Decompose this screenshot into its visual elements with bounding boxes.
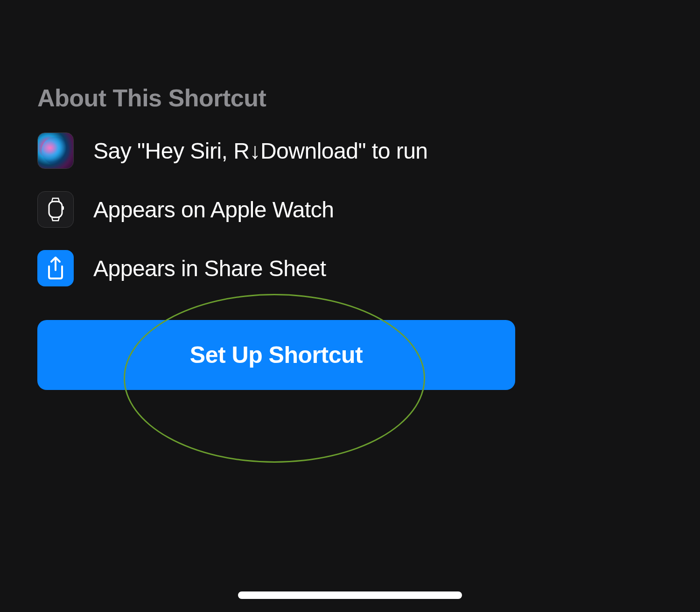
- svg-rect-0: [49, 202, 62, 217]
- siri-activation-text: Say "Hey Siri, R↓Download" to run: [93, 138, 428, 164]
- setup-button-label: Set Up Shortcut: [190, 341, 363, 369]
- home-indicator[interactable]: [238, 591, 462, 599]
- share-sheet-text: Appears in Share Sheet: [93, 256, 326, 281]
- share-sheet-row: Appears in Share Sheet: [37, 250, 663, 286]
- share-icon: [37, 250, 74, 286]
- about-shortcut-section: About This Shortcut Say "Hey Siri, R↓Dow…: [0, 0, 700, 390]
- apple-watch-icon: [37, 191, 74, 228]
- apple-watch-text: Appears on Apple Watch: [93, 197, 334, 223]
- siri-icon: [37, 132, 74, 169]
- setup-shortcut-button[interactable]: Set Up Shortcut: [37, 320, 515, 390]
- svg-rect-1: [62, 206, 64, 210]
- siri-activation-row: Say "Hey Siri, R↓Download" to run: [37, 132, 663, 169]
- apple-watch-row: Appears on Apple Watch: [37, 191, 663, 228]
- section-title: About This Shortcut: [37, 84, 663, 112]
